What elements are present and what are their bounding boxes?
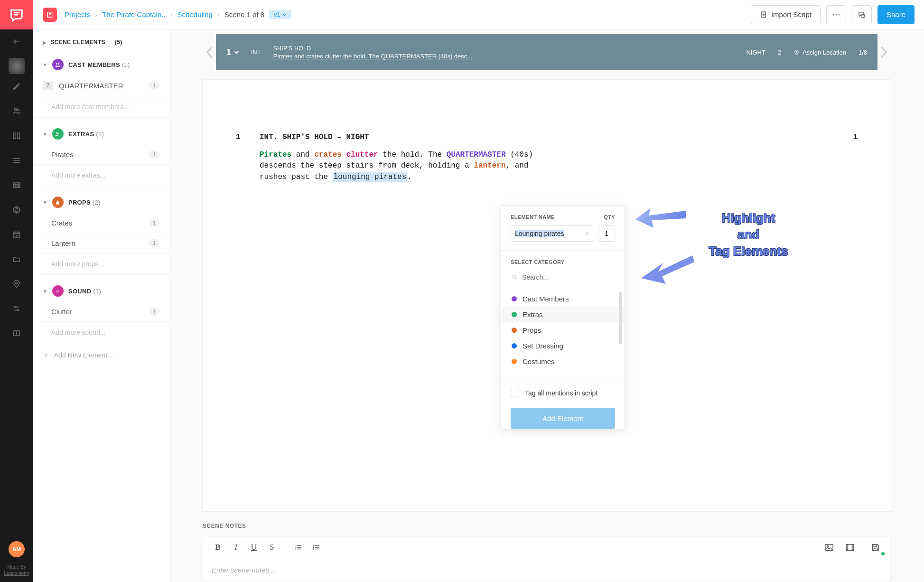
pencil-icon[interactable] — [0, 74, 33, 99]
scrollbar[interactable] — [619, 292, 622, 344]
tag-all-checkbox[interactable]: Tag all mentions in script — [501, 378, 625, 408]
assign-location[interactable]: Assign Location — [793, 49, 846, 56]
category-option[interactable]: Cast Members — [511, 291, 615, 307]
breakdown-icon[interactable] — [43, 8, 57, 22]
scene-number-selector[interactable]: 1 — [226, 47, 239, 57]
pin-icon[interactable] — [0, 272, 33, 296]
category-option[interactable]: Costumes — [511, 354, 615, 369]
scene-notes: SCENE NOTES B I U S 123 — [203, 523, 891, 582]
text-selection[interactable]: lounging pirates — [333, 172, 408, 182]
add-sound-link[interactable]: Add more sound... — [33, 322, 169, 343]
aperture-icon[interactable] — [0, 197, 33, 222]
add-cast-link[interactable]: Add more cast members... — [33, 96, 169, 118]
chat-button[interactable] — [852, 5, 872, 24]
content-area: 1 INT SHIP'S HOLD Pirates and crates clu… — [169, 29, 924, 582]
version-selector[interactable]: v1 — [269, 10, 291, 19]
cast-item[interactable]: 2 QUARTERMASTER 1 — [33, 75, 169, 96]
people-icon[interactable] — [0, 99, 33, 123]
chevron-right-icon: › — [217, 10, 220, 19]
label-qty: QTY — [604, 214, 615, 220]
scene-description[interactable]: Pirates and crates clutter the hold. The… — [273, 53, 734, 60]
scene-tod: NIGHT — [746, 49, 765, 56]
tag-prop[interactable]: lantern — [474, 161, 505, 170]
save-button[interactable] — [868, 540, 884, 554]
sound-item[interactable]: Clutter 1 — [33, 301, 169, 322]
plus-icon: ＋ — [43, 351, 49, 359]
scene-location: SHIP'S HOLD — [273, 45, 734, 52]
bullet-list-button[interactable] — [308, 540, 324, 554]
scene-num-left: 1 — [236, 132, 260, 143]
svg-point-18 — [513, 275, 516, 278]
clear-input-icon[interactable]: ✕ — [585, 230, 590, 237]
category-cast-members[interactable]: ▼ CAST MEMBERS (1) — [33, 57, 169, 72]
crumb-project[interactable]: The Pirate Captain.. — [102, 10, 165, 19]
next-scene-button[interactable] — [877, 46, 891, 59]
table-icon[interactable] — [0, 173, 33, 197]
notes-textarea[interactable]: Enter scene notes... — [203, 558, 890, 582]
scene-slugline[interactable]: INT. SHIP'S HOLD – NIGHT — [260, 132, 369, 143]
svg-point-9 — [17, 310, 19, 311]
bold-button[interactable]: B — [210, 540, 226, 554]
category-option[interactable]: Props — [511, 322, 615, 338]
calendar-icon[interactable] — [0, 222, 33, 247]
app-logo[interactable] — [0, 0, 33, 29]
sliders-icon[interactable] — [0, 296, 33, 321]
crumb-projects[interactable]: Projects — [65, 10, 90, 19]
checkbox-icon[interactable] — [511, 389, 519, 397]
strike-button[interactable]: S — [264, 540, 280, 554]
category-search[interactable] — [511, 271, 615, 286]
credit-text: Made ByLeanometry — [4, 561, 29, 582]
category-search-input[interactable] — [522, 273, 614, 281]
props-item[interactable]: Lantern 1 — [33, 233, 169, 253]
tag-element-popup: ELEMENT NAME QTY Lounging pirates ✕ — [501, 205, 625, 429]
script-action[interactable]: Pirates and crates clutter the hold. The… — [236, 150, 544, 183]
scene-elements-header[interactable]: ▶ SCENE ELEMENTS (5) — [33, 36, 169, 48]
svg-rect-4 — [13, 183, 19, 188]
svg-point-22 — [313, 545, 314, 546]
columns-icon[interactable] — [0, 123, 33, 148]
folder-icon[interactable] — [0, 247, 33, 272]
tag-sound[interactable]: clutter — [346, 150, 378, 159]
element-name-input[interactable]: Lounging pirates ✕ — [511, 225, 594, 242]
book-icon[interactable] — [0, 321, 33, 346]
user-avatar[interactable]: AM — [9, 541, 25, 557]
category-dot — [512, 328, 517, 333]
nav-rail: AM Made ByLeanometry — [0, 0, 33, 582]
more-button[interactable] — [826, 5, 846, 24]
scene-strip[interactable]: 1 INT SHIP'S HOLD Pirates and crates clu… — [216, 34, 877, 70]
crumb-scheduling[interactable]: Scheduling — [177, 10, 213, 19]
category-extras[interactable]: ▼ EXTRAS (1) — [33, 126, 169, 141]
add-new-element[interactable]: ＋ Add New Element... — [33, 343, 169, 367]
ordered-list-button[interactable]: 123 — [290, 540, 306, 554]
extras-item[interactable]: Pirates 1 — [33, 144, 169, 165]
scene-pages: 1/8 — [859, 49, 867, 56]
share-button[interactable]: Share — [877, 5, 915, 24]
svg-point-16 — [58, 132, 59, 133]
cast-number: 2 — [43, 81, 53, 90]
import-script-button[interactable]: Import Script — [751, 5, 821, 24]
category-option[interactable]: Extras — [502, 307, 624, 322]
svg-rect-30 — [874, 544, 877, 546]
tag-cast[interactable]: QUARTERMASTER — [447, 150, 506, 159]
props-item[interactable]: Crates 1 — [33, 213, 169, 233]
category-option[interactable]: Set Dressing — [511, 338, 615, 354]
prev-scene-button[interactable] — [203, 46, 216, 59]
add-element-button[interactable]: Add Element — [511, 408, 615, 429]
category-props[interactable]: ▼ PROPS (2) — [33, 195, 169, 210]
category-sound[interactable]: ▼ SOUND (1) — [33, 283, 169, 299]
qty-input[interactable] — [598, 225, 615, 242]
tag-prop[interactable]: crates — [314, 150, 342, 159]
scene-ie: INT — [251, 49, 261, 56]
caret-right-icon: ▶ — [43, 40, 47, 45]
project-thumb[interactable] — [9, 58, 25, 74]
tag-extras[interactable]: Pirates — [260, 150, 291, 159]
image-button[interactable] — [821, 540, 837, 554]
underline-button[interactable]: U — [246, 540, 262, 554]
video-button[interactable] — [842, 540, 858, 554]
italic-button[interactable]: I — [228, 540, 244, 554]
strips-icon[interactable] — [0, 148, 33, 173]
occurrence-badge: 1 — [149, 150, 159, 159]
add-props-link[interactable]: Add more props... — [33, 253, 169, 275]
back-icon[interactable] — [0, 29, 33, 54]
add-extras-link[interactable]: Add more extras... — [33, 165, 169, 186]
